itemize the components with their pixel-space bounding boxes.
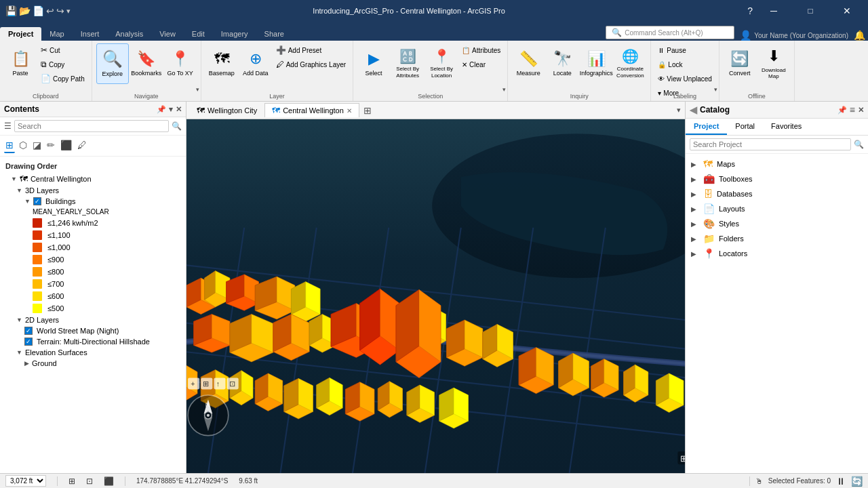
pause-button[interactable]: ⏸ Pause	[655, 43, 715, 57]
close-button[interactable]: ✕	[831, 0, 863, 22]
catalog-item-databases[interactable]: ▶ 🗄 Databases	[686, 186, 868, 201]
filter-raster-icon[interactable]: ◪	[31, 138, 43, 153]
minimize-button[interactable]: ─	[758, 0, 789, 22]
nav-control-icon-3[interactable]: ⬛	[104, 476, 114, 486]
selection-expand-icon[interactable]: ▾	[502, 86, 506, 93]
legend-label-4: ≤900	[47, 256, 64, 264]
save-icon[interactable]: 💾	[5, 5, 17, 16]
tree-item-2d-layers[interactable]: ▼ 2D Layers	[0, 314, 186, 325]
convert-button[interactable]: 🔄 Convert	[724, 43, 756, 84]
download-map-button[interactable]: ⬇ DownloadMap	[757, 43, 790, 84]
catalog-close-icon[interactable]: ✕	[858, 106, 864, 115]
labeling-expand-icon[interactable]: ▾	[714, 86, 717, 93]
nav-control-icon-2[interactable]: ⊡	[86, 476, 93, 486]
bookmarks-button[interactable]: 🔖 Bookmarks	[130, 43, 163, 84]
tree-item-world-street-map[interactable]: ✓ World Street Map (Night)	[0, 325, 186, 336]
tree-item-central-wellington[interactable]: ▼ 🗺 Central Wellington	[0, 173, 186, 185]
pause-map-icon[interactable]: ⏸	[836, 476, 846, 487]
checkbox-buildings[interactable]: ✓	[33, 197, 41, 205]
basemap-button[interactable]: 🗺 Basemap	[205, 43, 238, 84]
filter-group-icon[interactable]: ⬛	[59, 138, 73, 153]
explore-icon: 🔍	[102, 49, 123, 69]
contents-close-icon[interactable]: ✕	[176, 105, 182, 114]
notification-icon[interactable]: 🔔	[854, 30, 865, 41]
new-map-tab-button[interactable]: ⊞	[359, 103, 376, 118]
help-icon[interactable]: ?	[747, 5, 753, 16]
checkbox-terrain[interactable]: ✓	[24, 338, 33, 346]
select-by-location-button[interactable]: 📍 Select ByLocation	[425, 43, 458, 84]
catalog-item-maps[interactable]: ▶ 🗺 Maps	[686, 157, 868, 171]
select-button[interactable]: ▶ Select	[357, 43, 390, 84]
measure-button[interactable]: 📏 Measure	[512, 43, 545, 84]
coordinate-conversion-button[interactable]: 🌐 CoordinateConversion	[614, 43, 646, 84]
add-data-button[interactable]: ⊕ Add Data	[239, 43, 272, 84]
catalog-menu-icon[interactable]: ≡	[850, 104, 855, 115]
attributes-button[interactable]: 📋 Attributes	[459, 43, 503, 57]
tab-edit[interactable]: Edit	[184, 27, 213, 41]
tree-item-elevation-surfaces[interactable]: ▼ Elevation Surfaces	[0, 347, 186, 358]
checkbox-world-street-map[interactable]: ✓	[24, 327, 33, 335]
catalog-tab-portal[interactable]: Portal	[727, 119, 763, 135]
central-wellington-tab-close-icon[interactable]: ✕	[347, 107, 352, 115]
scale-dropdown[interactable]: 3,072 ft	[5, 475, 46, 487]
filter-all-icon[interactable]: ⊞	[4, 138, 15, 153]
contents-auto-hide-icon[interactable]: 📌	[157, 105, 166, 114]
copy-path-button[interactable]: 📄 Copy Path	[38, 72, 87, 85]
refresh-map-icon[interactable]: 🔄	[851, 476, 863, 487]
tab-project[interactable]: Project	[0, 27, 41, 41]
go-to-xy-button[interactable]: 📍 Go To XY	[164, 43, 197, 84]
tab-analysis[interactable]: Analysis	[107, 27, 151, 41]
copy-button[interactable]: ⧉ Copy	[38, 58, 87, 71]
infographics-icon: 📊	[587, 50, 606, 68]
navigate-expand-icon[interactable]: ▾	[196, 86, 199, 93]
infographics-button[interactable]: 📊 Infographics	[580, 43, 612, 84]
catalog-auto-hide-icon[interactable]: 📌	[837, 106, 847, 115]
view-unplaced-button[interactable]: 👁 View Unplaced	[655, 72, 715, 85]
map-view[interactable]: N + ⊞ ↑ ⊡ ⊞	[186, 119, 685, 473]
catalog-tab-favorites[interactable]: Favorites	[763, 119, 810, 135]
lock-button[interactable]: 🔒 Lock	[655, 58, 715, 71]
undo-icon[interactable]: ↩	[46, 5, 54, 16]
contents-search-input[interactable]	[14, 120, 169, 132]
catalog-item-toolboxes[interactable]: ▶ 🧰 Toolboxes	[686, 171, 868, 186]
map-tab-central-wellington[interactable]: 🗺 Central Wellington ✕	[264, 103, 359, 117]
tab-map[interactable]: Map	[41, 27, 72, 41]
catalog-search-input[interactable]	[690, 138, 851, 150]
paste-button[interactable]: 📋 Paste	[4, 43, 37, 84]
catalog-item-folders[interactable]: ▶ 📁 Folders	[686, 231, 868, 246]
cut-button[interactable]: ✂ Cut	[38, 43, 87, 57]
add-graphics-layer-button[interactable]: 🖊 Add Graphics Layer	[273, 58, 349, 71]
clear-button[interactable]: ✕ Clear	[459, 58, 503, 71]
locate-button[interactable]: 🔭 Locate	[546, 43, 578, 84]
command-search-bar[interactable]: 🔍 Command Search (Alt+Q)	[606, 26, 734, 39]
map-tab-wellington-city[interactable]: 🗺 Wellington City	[189, 103, 264, 117]
filter-utility-icon[interactable]: 🖊	[76, 138, 88, 153]
catalog-item-styles[interactable]: ▶ 🎨 Styles	[686, 216, 868, 231]
add-preset-button[interactable]: ➕ Add Preset	[273, 43, 349, 57]
nav-control-icon-1[interactable]: ⊞	[68, 476, 75, 486]
tab-share[interactable]: Share	[256, 27, 292, 41]
tree-item-buildings[interactable]: ▼ ✓ Buildings	[0, 196, 186, 207]
filter-feature-icon[interactable]: ⬡	[18, 138, 28, 153]
tree-item-terrain[interactable]: ✓ Terrain: Multi-Directional Hillshade	[0, 336, 186, 347]
tree-item-3d-layers[interactable]: ▼ 3D Layers	[0, 185, 186, 196]
tab-view[interactable]: View	[151, 27, 184, 41]
filter-annotation-icon[interactable]: ✏	[45, 138, 56, 153]
open-icon[interactable]: 📂	[19, 5, 31, 16]
tree-item-ground[interactable]: ▶ Ground	[0, 358, 186, 369]
new-icon[interactable]: 📄	[33, 5, 44, 16]
maximize-button[interactable]: □	[795, 0, 826, 22]
explore-button[interactable]: 🔍 Explore	[96, 43, 129, 84]
catalog-search-icon[interactable]: 🔍	[854, 140, 864, 149]
user-area[interactable]: 👤 Your Name (Your Organization)	[740, 30, 848, 41]
catalog-item-layouts[interactable]: ▶ 📄 Layouts	[686, 201, 868, 216]
catalog-tab-project[interactable]: Project	[686, 119, 727, 135]
contents-menu-icon[interactable]: ▾	[169, 105, 173, 114]
contents-search-icon[interactable]: 🔍	[172, 121, 182, 131]
select-by-attributes-button[interactable]: 🔠 Select ByAttributes	[391, 43, 424, 84]
redo-icon[interactable]: ↪	[56, 5, 64, 16]
drawing-order-title: Drawing Order	[0, 159, 186, 173]
catalog-item-locators[interactable]: ▶ 📍 Locators	[686, 246, 868, 261]
tab-imagery[interactable]: Imagery	[213, 27, 256, 41]
tab-insert[interactable]: Insert	[73, 27, 108, 41]
